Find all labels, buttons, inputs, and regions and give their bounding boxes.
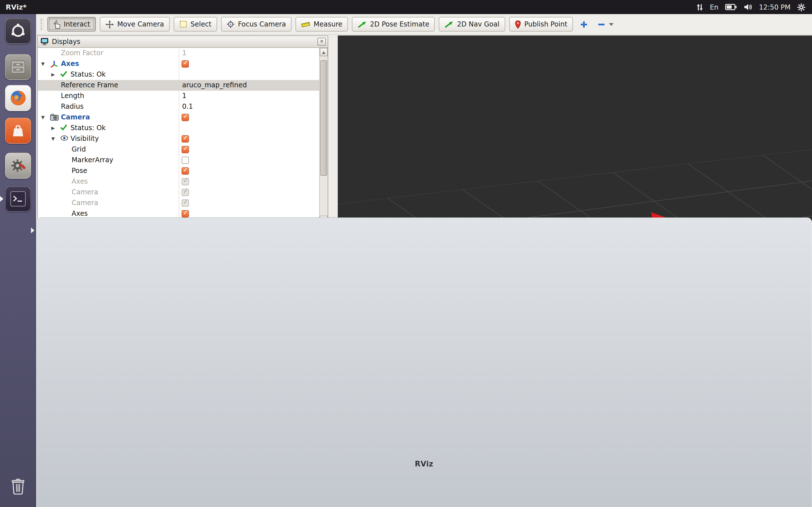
property-label: Reference Frame (61, 80, 118, 91)
property-value: aruco_map_refined (182, 80, 247, 91)
launcher-item-rviz[interactable]: RViz (36, 217, 812, 507)
tool-label: 2D Pose Estimate (370, 20, 429, 28)
tool-label: Publish Point (524, 20, 567, 28)
property-label: Camera (71, 198, 98, 209)
checkbox[interactable] (182, 178, 189, 185)
session-gear-icon[interactable] (797, 3, 805, 11)
tree-row-reference-frame[interactable]: Reference Framearuco_map_refined (38, 80, 319, 91)
tool-2d-nav-goal[interactable]: 2D Nav Goal (439, 17, 505, 32)
property-label: Pose (71, 166, 87, 176)
tree-row-pose[interactable]: Pose (38, 166, 319, 176)
property-label: Grid (71, 144, 86, 155)
property-label: Status: Ok (70, 69, 106, 80)
checkbox[interactable] (182, 157, 189, 164)
checkbox[interactable] (182, 146, 189, 153)
property-value: 1 (182, 91, 186, 101)
scroll-up-icon[interactable] (320, 48, 327, 56)
ubuntu-top-bar: RViz* En12:50 PM (0, 0, 812, 14)
tool-label: Measure (313, 20, 342, 28)
checkbox[interactable] (182, 167, 189, 175)
property-label: Length (61, 91, 84, 101)
hand-icon (53, 20, 60, 29)
launcher-item-system-settings[interactable] (5, 153, 31, 179)
property-label: Zoom Factor (61, 48, 103, 59)
toolbar-drag-handle[interactable] (41, 18, 43, 30)
property-value: 0.1 (182, 101, 193, 112)
launcher-item-ubuntu-software[interactable] (5, 118, 31, 144)
tool-select[interactable]: Select (174, 17, 217, 32)
scrollbar-thumb[interactable] (320, 60, 327, 176)
tool-move-camera[interactable]: Move Camera (100, 17, 170, 32)
checkbox[interactable] (182, 60, 189, 68)
expand-arrow-icon[interactable] (41, 59, 45, 69)
property-label: MarkerArray (71, 155, 113, 166)
checkbox[interactable] (182, 135, 189, 143)
expand-arrow-icon[interactable] (51, 69, 55, 80)
launcher-item-dash[interactable] (5, 18, 31, 44)
launcher-item-firefox[interactable] (5, 85, 31, 111)
checkbox[interactable] (182, 189, 189, 196)
tool-label: Move Camera (117, 20, 164, 28)
tree-row-camera[interactable]: Camera (38, 198, 319, 209)
displays-panel-header[interactable]: Displays (38, 36, 327, 48)
tool-label: 2D Nav Goal (457, 20, 500, 28)
toolbar: InteractMove CameraSelectFocus CameraMea… (36, 14, 812, 35)
window-title: RViz* (6, 3, 27, 11)
launcher-item-label: RViz (415, 460, 433, 468)
tree-row-visibility[interactable]: Visibility (38, 133, 319, 144)
displays-panel: Displays Zoom Factor1AxesStatus: OkRefer… (37, 36, 328, 225)
expand-arrow-icon[interactable] (51, 133, 55, 144)
displays-scrollbar[interactable] (319, 48, 327, 224)
battery-icon[interactable] (725, 4, 737, 10)
tree-row-grid[interactable]: Grid (38, 144, 319, 155)
property-label: Radius (61, 101, 84, 112)
tree-row-camera[interactable]: Camera (38, 112, 319, 123)
language-indicator[interactable]: En (710, 3, 718, 11)
expand-arrow-icon[interactable] (41, 112, 45, 123)
eye-icon (60, 135, 68, 141)
keyboard-arrows-icon[interactable] (696, 3, 703, 11)
tree-row-status-ok[interactable]: Status: Ok (38, 69, 319, 80)
property-value: 1 (182, 48, 186, 59)
tool-interact[interactable]: Interact (47, 17, 96, 32)
tool-minus-icon[interactable] (595, 17, 616, 32)
displays-tree: Zoom Factor1AxesStatus: OkReference Fram… (38, 48, 319, 224)
launcher-item-terminal[interactable] (5, 186, 31, 212)
tool-publish-point[interactable]: Publish Point (509, 17, 573, 32)
launcher-item-trash[interactable] (5, 473, 31, 499)
tree-row-length[interactable]: Length1 (38, 91, 319, 101)
tree-row-camera[interactable]: Camera (38, 187, 319, 198)
trash-icon (11, 478, 26, 495)
launcher-item-files[interactable] (5, 54, 31, 80)
axes-icon (50, 60, 58, 68)
tool-measure[interactable]: Measure (296, 17, 348, 32)
clock[interactable]: 12:50 PM (759, 3, 791, 11)
checkbox[interactable] (182, 210, 189, 217)
checkbox[interactable] (182, 114, 189, 121)
tool-label: Interact (64, 20, 90, 28)
tool-focus-camera[interactable]: Focus Camera (221, 17, 292, 32)
tree-row-markerarray[interactable]: MarkerArray (38, 155, 319, 166)
tree-row-radius[interactable]: Radius0.1 (38, 101, 319, 112)
system-settings-icon (10, 157, 27, 174)
property-label: Camera (61, 112, 90, 123)
tree-row-status-ok[interactable]: Status: Ok (38, 123, 319, 133)
expand-arrow-icon[interactable] (51, 123, 55, 133)
green-arrow-icon (357, 20, 366, 28)
screen: RViz* En12:50 PM RViz InteractMove Camer… (0, 0, 812, 507)
tree-row-axes[interactable]: Axes (38, 59, 319, 69)
measure-icon (301, 20, 310, 28)
tool-plus-icon[interactable] (577, 17, 591, 32)
tree-row-axes[interactable]: Axes (38, 176, 319, 187)
close-icon[interactable] (317, 38, 326, 46)
tool-label: Focus Camera (238, 20, 286, 28)
tool-2d-pose-estimate[interactable]: 2D Pose Estimate (352, 17, 435, 32)
property-label: Axes (61, 59, 79, 69)
select-icon (179, 20, 187, 28)
checkbox[interactable] (182, 200, 189, 207)
volume-icon[interactable] (744, 3, 752, 11)
focus-camera-icon (227, 20, 235, 28)
tree-row-zoom-factor[interactable]: Zoom Factor1 (38, 48, 319, 59)
files-icon (10, 59, 27, 75)
ubuntu-software-icon (10, 123, 26, 138)
